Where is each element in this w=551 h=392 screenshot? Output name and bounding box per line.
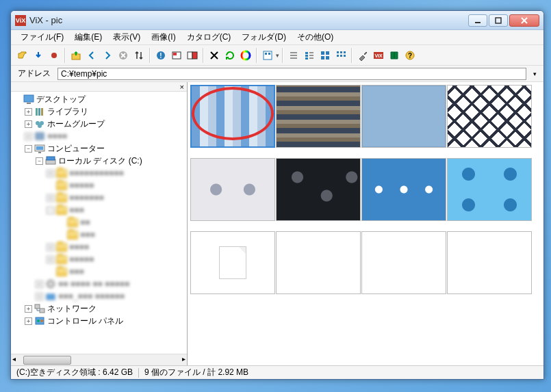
thumbnail-item[interactable]: [190, 85, 275, 157]
up-folder-icon[interactable]: [68, 48, 84, 63]
app-icon: ViX: [15, 15, 26, 26]
svg-rect-17: [268, 53, 270, 55]
address-input[interactable]: [57, 68, 526, 80]
book-icon[interactable]: [387, 48, 402, 63]
menu-folder[interactable]: フォルダ(D): [236, 30, 292, 44]
large-icons-icon[interactable]: [318, 48, 333, 63]
svg-rect-54: [47, 157, 55, 160]
tree-node-control-panel[interactable]: ＋ コントロール パネル: [11, 315, 187, 327]
tree-node-homegroup[interactable]: ＋ ホームグループ: [11, 118, 187, 130]
tree-node[interactable]: ＋■■■■■: [11, 253, 187, 265]
tree-node-local-disk[interactable]: － ローカル ディスク (C:): [11, 155, 187, 167]
address-dropdown-icon[interactable]: ▾: [530, 70, 539, 77]
svg-point-63: [37, 319, 40, 322]
tree-node[interactable]: －■■■: [11, 204, 187, 216]
vix-icon[interactable]: ViX: [371, 48, 386, 63]
svg-rect-57: [47, 294, 55, 300]
image-icon[interactable]: [169, 48, 184, 63]
svg-rect-27: [321, 51, 324, 55]
svg-rect-16: [265, 53, 267, 55]
refresh-icon[interactable]: [222, 48, 238, 63]
tree-node[interactable]: ＋ ■■■■: [11, 130, 187, 142]
desktop-icon: [23, 94, 34, 105]
toolbar: ! ▾ ViX ?: [11, 45, 543, 66]
close-button[interactable]: [509, 14, 539, 27]
back-icon[interactable]: [84, 48, 99, 63]
menu-view[interactable]: 表示(V): [107, 30, 146, 44]
svg-text:!: !: [159, 52, 162, 60]
menu-catalog[interactable]: カタログ(C): [181, 30, 237, 44]
titlebar: ViX ViX - pic: [11, 11, 543, 30]
thumbnail-item[interactable]: [447, 158, 532, 231]
help-icon[interactable]: ?: [402, 48, 418, 63]
maximize-button[interactable]: [489, 14, 508, 27]
thumbnail-item[interactable]: [447, 85, 532, 157]
svg-text:ViX: ViX: [374, 53, 382, 58]
svg-rect-51: [36, 146, 43, 150]
open-icon[interactable]: [15, 48, 30, 63]
thumbnail-item[interactable]: [276, 158, 361, 231]
svg-rect-10: [173, 53, 177, 55]
details-icon[interactable]: [302, 48, 317, 63]
tree-node[interactable]: ■■■: [11, 265, 187, 278]
thumbnail-item[interactable]: [190, 231, 275, 304]
address-bar: アドレス ▾: [11, 66, 543, 82]
window-title: ViX - pic: [29, 15, 468, 25]
minimize-button[interactable]: [468, 14, 487, 27]
menu-image[interactable]: 画像(I): [146, 30, 181, 44]
thumbnail-item[interactable]: [361, 158, 446, 231]
record-icon[interactable]: [47, 48, 62, 63]
status-files: 9 個のファイル / 計 2.92 MB: [144, 367, 248, 378]
folder-tree[interactable]: デスクトップ ＋ ライブラリ ＋ ホームグループ ＋ ■■■■: [11, 92, 187, 354]
tools-icon[interactable]: [355, 48, 370, 63]
tree-node[interactable]: ■■: [11, 216, 187, 228]
tree-node[interactable]: ■■■: [11, 228, 187, 241]
tree-node[interactable]: ■■■■■: [11, 179, 187, 192]
tree-node-computer[interactable]: － コンピューター: [11, 142, 187, 155]
thumbnail-item[interactable]: [190, 158, 275, 231]
tree-node-desktop[interactable]: デスクトップ: [11, 93, 187, 105]
down-icon[interactable]: [31, 48, 46, 63]
svg-rect-11: [188, 52, 192, 59]
tree-close-button[interactable]: ×: [11, 82, 187, 92]
sort-icon[interactable]: [131, 48, 146, 63]
svg-point-4: [51, 53, 57, 58]
tree-node[interactable]: ＋■■■■■■■■■■■: [11, 167, 187, 179]
menu-file[interactable]: ファイル(F): [15, 30, 69, 44]
view-select-icon[interactable]: [260, 48, 275, 63]
tree-node[interactable]: ＋■■■■■■■: [11, 192, 187, 204]
thumbnail-item[interactable]: [361, 85, 446, 157]
tree-node-library[interactable]: ＋ ライブラリ: [11, 105, 187, 118]
info-icon[interactable]: !: [153, 48, 168, 63]
svg-point-14: [242, 51, 250, 60]
svg-rect-21: [305, 52, 308, 54]
tree-node-network[interactable]: ＋ ネットワーク: [11, 302, 187, 315]
svg-rect-23: [305, 57, 308, 60]
svg-rect-45: [41, 108, 43, 116]
tree-node[interactable]: ＋■■ ■■■■ ■■ ■■■■■: [11, 278, 187, 290]
tree-h-scrollbar[interactable]: ◂ ▸: [11, 354, 187, 365]
svg-rect-15: [264, 51, 272, 60]
list-icon[interactable]: [286, 48, 301, 63]
svg-point-48: [38, 124, 42, 128]
status-bar: (C:)空きディスク領域 : 6.42 GB 9 個のファイル / 計 2.92…: [11, 365, 543, 379]
thumbnail-item[interactable]: [276, 85, 361, 157]
menu-edit[interactable]: 編集(E): [69, 30, 107, 44]
tree-node[interactable]: ＋■■■_■■■ ■■■■■■: [11, 290, 187, 302]
svg-rect-41: [24, 95, 34, 102]
forward-icon[interactable]: [100, 48, 115, 63]
color-icon[interactable]: [238, 48, 253, 63]
menu-other[interactable]: その他(O): [292, 30, 339, 44]
svg-point-56: [49, 283, 52, 285]
small-icons-icon[interactable]: [333, 48, 348, 63]
svg-rect-59: [40, 309, 44, 313]
app-window: ViX ViX - pic ファイル(F) 編集(E) 表示(V) 画像(I) …: [10, 10, 544, 380]
dual-icon[interactable]: [185, 48, 200, 63]
computer-icon: [34, 143, 45, 154]
delete-icon[interactable]: [207, 48, 222, 63]
status-disk: (C:)空きディスク領域 : 6.42 GB: [16, 367, 133, 378]
tree-node[interactable]: ＋■■■■: [11, 241, 187, 253]
svg-rect-43: [36, 108, 38, 116]
stop-icon[interactable]: [116, 48, 131, 63]
svg-rect-58: [35, 304, 40, 309]
